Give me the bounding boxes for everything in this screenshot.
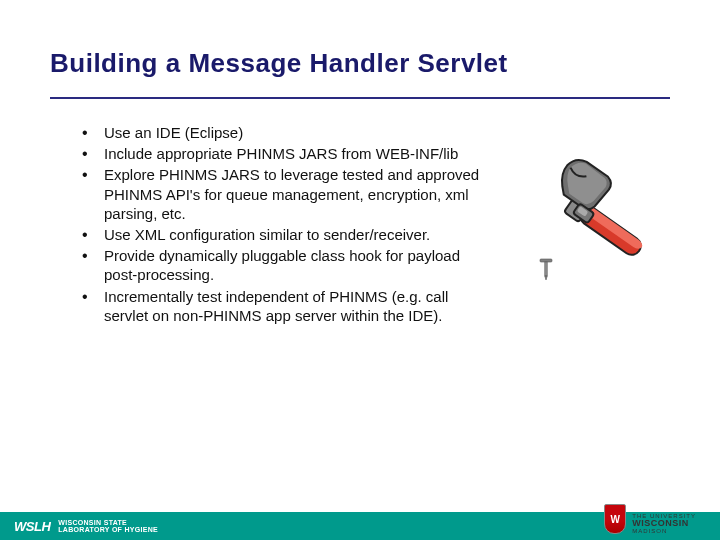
slide-content: Use an IDE (Eclipse) Include appropriate…	[0, 99, 720, 327]
uw-wordmark: THE UNIVERSITY WISCONSIN MADISON	[632, 513, 696, 534]
list-item: Use XML configuration similar to sender/…	[80, 225, 480, 244]
wslh-logo-text: WISCONSIN STATE LABORATORY OF HYGIENE	[58, 519, 158, 533]
bullet-list: Use an IDE (Eclipse) Include appropriate…	[80, 123, 480, 327]
list-item: Explore PHINMS JARS to leverage tested a…	[80, 165, 480, 223]
wslh-line2: LABORATORY OF HYGIENE	[58, 526, 158, 533]
uw-line3: MADISON	[632, 528, 696, 534]
slide-header: Building a Message Handler Servlet	[0, 0, 720, 89]
wslh-line1: WISCONSIN STATE	[58, 519, 158, 526]
slide-title: Building a Message Handler Servlet	[50, 48, 680, 79]
uw-crest-letter: W	[611, 514, 620, 525]
list-item: Provide dynamically pluggable class hook…	[80, 246, 480, 284]
uw-line2: WISCONSIN	[632, 519, 696, 528]
svg-rect-0	[540, 259, 552, 262]
svg-rect-1	[545, 262, 547, 276]
list-item: Incrementally test independent of PHINMS…	[80, 287, 480, 325]
list-item: Use an IDE (Eclipse)	[80, 123, 480, 142]
footer-right-brand: W THE UNIVERSITY WISCONSIN MADISON	[604, 504, 696, 534]
wslh-logo-mark: WSLH	[14, 519, 50, 534]
uw-crest-icon: W	[604, 504, 626, 534]
svg-marker-2	[545, 276, 547, 280]
list-item: Include appropriate PHINMS JARS from WEB…	[80, 144, 480, 163]
footer-left-brand: WSLH WISCONSIN STATE LABORATORY OF HYGIE…	[14, 519, 158, 534]
hammer-icon	[480, 123, 700, 327]
